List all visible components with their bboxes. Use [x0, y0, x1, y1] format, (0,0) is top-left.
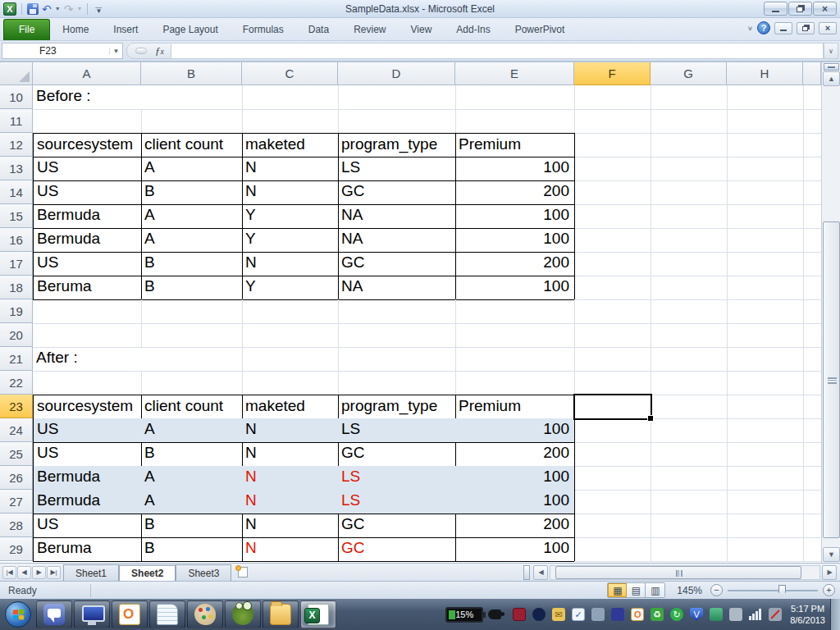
cell-H17[interactable]	[727, 252, 804, 276]
cell-D23[interactable]: program_type	[338, 395, 456, 419]
ribbon-tab-file[interactable]: File	[3, 19, 50, 40]
cell-A10[interactable]: Before :	[33, 85, 142, 110]
cell-C23[interactable]: maketed	[242, 395, 339, 419]
first-sheet-icon[interactable]: |◀	[2, 566, 16, 579]
cell-D19[interactable]	[338, 299, 456, 324]
cell-H19[interactable]	[727, 299, 804, 324]
cell-H15[interactable]	[727, 204, 804, 229]
cell-D25[interactable]: GC	[338, 442, 456, 467]
row-header-23[interactable]: 23	[0, 395, 33, 418]
cell-G20[interactable]	[651, 323, 728, 348]
help-icon[interactable]: ?	[757, 21, 770, 34]
cell-F17[interactable]	[574, 252, 651, 276]
cell-C21[interactable]	[242, 347, 339, 372]
undo-button[interactable]: ↶	[42, 3, 52, 15]
outlook-tray-icon[interactable]: O	[631, 608, 644, 621]
cell-H29[interactable]	[727, 537, 804, 562]
cell-E13[interactable]: 100	[455, 157, 575, 181]
page-break-view-button[interactable]: ▥	[646, 583, 664, 597]
cell-A28[interactable]: US	[33, 514, 142, 538]
cell-G12[interactable]	[651, 133, 728, 158]
row-header-15[interactable]: 15	[0, 204, 33, 228]
cell-B29[interactable]: B	[141, 537, 243, 562]
taskbar-paint-button[interactable]	[187, 600, 223, 628]
name-box[interactable]: F23 ▼	[2, 43, 123, 59]
cell-I16[interactable]	[803, 228, 821, 253]
cell-C16[interactable]: Y	[242, 228, 339, 253]
cell-A23[interactable]: sourcesystem	[33, 395, 142, 419]
cell-B26[interactable]: A	[141, 466, 243, 491]
cell-G26[interactable]	[651, 466, 728, 491]
row-header-16[interactable]: 16	[0, 228, 33, 252]
taskbar-outlook-button[interactable]	[112, 600, 148, 628]
cell-H25[interactable]	[727, 442, 804, 467]
cell-C12[interactable]: maketed	[242, 133, 339, 158]
row-header-17[interactable]: 17	[0, 252, 33, 276]
cell-D12[interactable]: program_type	[338, 133, 456, 158]
cell-E20[interactable]	[455, 323, 575, 348]
cell-C24[interactable]: N	[242, 418, 339, 443]
cell-H20[interactable]	[727, 323, 804, 348]
sheet-tab-sheet3[interactable]: Sheet3	[176, 564, 231, 581]
cell-E28[interactable]: 200	[455, 514, 575, 538]
restore-button[interactable]	[788, 2, 812, 16]
row-header-13[interactable]: 13	[0, 157, 33, 180]
cell-E12[interactable]: Premium	[455, 133, 575, 158]
cell-B27[interactable]: A	[141, 490, 243, 514]
selected-cell-outline[interactable]	[573, 394, 652, 420]
cell-A12[interactable]: sourcesystem	[33, 133, 142, 158]
cell-E18[interactable]: 100	[455, 276, 575, 300]
column-header-B[interactable]: B	[141, 62, 242, 85]
sheet-tab-sheet2[interactable]: Sheet2	[119, 564, 176, 581]
cell-G18[interactable]	[651, 276, 728, 300]
save-button[interactable]	[27, 3, 39, 15]
taskbar-clock[interactable]: 5:17 PM 8/6/2013	[790, 603, 825, 626]
cell-A27[interactable]: Bermuda	[33, 490, 142, 514]
cell-H23[interactable]	[727, 395, 804, 419]
row-header-27[interactable]: 27	[0, 490, 33, 514]
cell-G14[interactable]	[651, 180, 728, 205]
task-check-tray-icon[interactable]: ✓	[572, 608, 585, 621]
cell-H14[interactable]	[727, 180, 804, 205]
cell-A19[interactable]	[33, 299, 142, 324]
zoom-out-button[interactable]: −	[710, 584, 723, 596]
vertical-scroll-thumb[interactable]	[823, 221, 840, 538]
cell-B20[interactable]	[141, 323, 243, 348]
cell-A15[interactable]: Bermuda	[33, 204, 142, 229]
cell-D17[interactable]: GC	[338, 252, 456, 276]
cell-D24[interactable]: LS	[338, 418, 456, 443]
cell-H18[interactable]	[727, 276, 804, 300]
zoom-slider[interactable]	[728, 590, 818, 591]
cell-D28[interactable]: GC	[338, 514, 456, 538]
cell-F21[interactable]	[574, 347, 651, 372]
cell-E10[interactable]	[455, 85, 575, 110]
row-header-28[interactable]: 28	[0, 514, 33, 537]
display-tray-icon[interactable]	[710, 608, 723, 621]
cell-I14[interactable]	[803, 180, 821, 205]
select-all-corner[interactable]	[0, 62, 33, 85]
row-header-22[interactable]: 22	[0, 371, 33, 395]
cell-C13[interactable]: N	[242, 157, 339, 181]
cell-H22[interactable]	[727, 371, 804, 395]
cell-E14[interactable]: 200	[455, 180, 575, 205]
cell-F29[interactable]	[574, 537, 651, 562]
sync-tray-icon[interactable]: ↻	[670, 608, 683, 621]
cell-I19[interactable]	[803, 299, 821, 324]
cell-H28[interactable]	[727, 514, 804, 538]
cell-B18[interactable]: B	[141, 276, 243, 300]
cell-I13[interactable]	[803, 157, 821, 181]
cell-E19[interactable]	[455, 299, 575, 324]
cell-C11[interactable]	[242, 109, 339, 134]
undo-dropdown-icon[interactable]: ▼	[55, 6, 61, 11]
cell-H21[interactable]	[727, 347, 804, 372]
cell-G25[interactable]	[651, 442, 728, 467]
cell-D20[interactable]	[338, 323, 456, 348]
cell-G19[interactable]	[651, 299, 728, 324]
cell-C17[interactable]: N	[242, 252, 339, 276]
customize-qat-button[interactable]: —▼	[93, 5, 104, 13]
cell-B17[interactable]: B	[141, 252, 243, 276]
cell-I26[interactable]	[803, 466, 821, 491]
disk-tray-icon[interactable]	[532, 608, 546, 621]
cell-D22[interactable]	[338, 371, 456, 395]
zoom-slider-thumb[interactable]	[778, 585, 786, 596]
